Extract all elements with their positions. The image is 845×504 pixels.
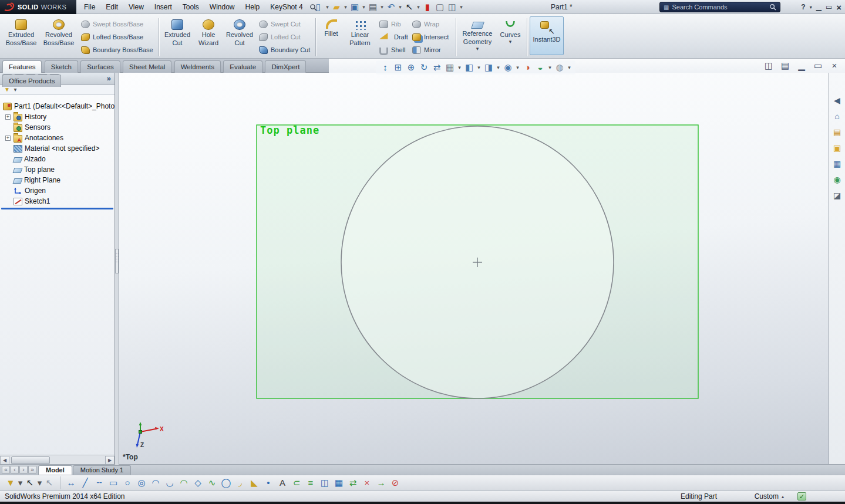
custom-properties-icon[interactable]: ◪	[831, 190, 844, 201]
linear-pattern-button[interactable]: Linear Pattern	[344, 16, 376, 48]
3d-drawing-view-icon[interactable]: ▦	[444, 62, 456, 73]
display-style-icon[interactable]: ◨	[483, 62, 494, 73]
file-explorer-icon[interactable]: ▣	[831, 143, 844, 153]
dropdown-icon[interactable]: ▾	[496, 62, 501, 73]
wrap-button[interactable]: Wrap	[409, 18, 453, 31]
restore-button[interactable]: ▭	[826, 3, 832, 11]
dropdown-icon[interactable]: ▾	[343, 1, 348, 13]
print-icon[interactable]: ▤	[367, 1, 379, 13]
draft-button[interactable]: Draft	[376, 31, 409, 43]
expand-icon[interactable]: +	[5, 136, 11, 141]
menu-file[interactable]: File	[79, 0, 100, 14]
dropdown-icon[interactable]: ▾	[457, 62, 462, 73]
spline-icon[interactable]: ∿	[206, 476, 218, 489]
dropdown-icon[interactable]: ▾	[547, 62, 553, 73]
tree-item-sensors[interactable]: Sensors	[0, 122, 115, 133]
revolved-cut-button[interactable]: Revolved Cut	[224, 16, 255, 48]
minimize-button[interactable]: ▁	[816, 3, 822, 11]
dropdown-icon[interactable]: ▾	[398, 1, 403, 13]
options-icon[interactable]: ◫	[446, 1, 458, 13]
tree-item-annotations[interactable]: + Anotaciones	[0, 133, 115, 143]
view-palette-icon[interactable]: ▦	[831, 158, 844, 169]
viewport-grid-icon[interactable]: ▤	[779, 60, 791, 72]
tab-surfaces[interactable]: Surfaces	[80, 60, 120, 73]
scrollbar-thumb[interactable]	[11, 456, 50, 464]
jump-to-end-icon[interactable]: »	[28, 466, 36, 473]
reference-geometry-button[interactable]: Reference Geometry ▾	[459, 16, 496, 53]
dropdown-icon[interactable]: ▾	[37, 476, 42, 489]
rollback-bar[interactable]	[1, 208, 113, 209]
collapse-taskpane-icon[interactable]: ◀	[831, 95, 844, 106]
dropdown-icon[interactable]: ▾	[11, 86, 19, 94]
filter-funnel-icon[interactable]: ▼	[5, 476, 16, 489]
view-orientation-icon[interactable]: ◧	[463, 62, 475, 73]
dropdown-icon[interactable]: ▾	[509, 39, 512, 44]
dropdown-icon[interactable]: ▾	[325, 1, 330, 13]
tree-item-origin[interactable]: Origen	[0, 185, 115, 196]
line-icon[interactable]: ╱	[79, 476, 91, 489]
tree-item-right-plane[interactable]: Right Plane	[0, 175, 115, 185]
scroll-right-icon[interactable]: ▶	[105, 456, 115, 465]
viewport-split-icon[interactable]: ◫	[763, 60, 775, 72]
polygon-icon[interactable]: ◇	[192, 476, 204, 489]
extruded-cut-button[interactable]: Extruded Cut	[161, 16, 193, 48]
intersect-button[interactable]: Intersect	[409, 31, 453, 43]
dropdown-icon[interactable]: ▾	[567, 62, 572, 73]
centerpoint-arc-icon[interactable]: ◠	[150, 476, 161, 489]
edit-appearance-icon[interactable]: ◑	[521, 62, 533, 73]
select-tool-icon[interactable]: ↖	[24, 476, 36, 489]
tree-item-top-plane[interactable]: Top plane	[0, 164, 115, 175]
scroll-left-icon[interactable]: ◀	[0, 456, 9, 465]
instant3d-button[interactable]: ↖ Instant3D	[530, 16, 564, 55]
help-button[interactable]: ?	[801, 3, 805, 11]
zoom-in-out-icon[interactable]: ⊕	[405, 62, 417, 73]
dropdown-icon[interactable]: ▾	[459, 1, 464, 13]
menu-view[interactable]: View	[123, 0, 149, 14]
rotate-view-icon[interactable]: ↻	[418, 62, 430, 73]
select-cursor-icon[interactable]: ↖	[403, 1, 415, 13]
tree-item-history[interactable]: + History	[0, 111, 115, 122]
lofted-cut-button[interactable]: Lofted Cut	[255, 31, 313, 43]
apply-scene-icon[interactable]: ◒	[534, 62, 546, 73]
new-document-icon[interactable]: ▯	[312, 1, 324, 13]
boundary-boss-base-button[interactable]: Boundary Boss/Base	[78, 43, 156, 56]
revolved-boss-base-button[interactable]: Revolved Boss/Base	[40, 16, 78, 48]
tree-item-part1[interactable]: Part1 (Default<<Default>_Photo	[0, 101, 115, 111]
graphics-viewport[interactable]: Top plane X Z *Top	[119, 73, 829, 465]
sketch-fillet-icon[interactable]: ◞	[234, 476, 246, 489]
sketch-chamfer-icon[interactable]: ◣	[248, 476, 260, 489]
pan-view-icon[interactable]: ⇄	[431, 62, 443, 73]
boundary-cut-button[interactable]: Boundary Cut	[255, 43, 313, 56]
zoom-to-area-icon[interactable]: ⊞	[392, 62, 404, 73]
swept-boss-base-button[interactable]: Swept Boss/Base	[78, 18, 156, 31]
menu-help[interactable]: Help	[240, 0, 265, 14]
tab-sketch[interactable]: Sketch	[45, 60, 78, 73]
view-settings-icon[interactable]: ◍	[554, 62, 565, 73]
zoom-to-fit-icon[interactable]: ↕	[379, 62, 391, 73]
units-dropdown[interactable]: Custom ▴	[755, 492, 784, 500]
save-icon[interactable]: ▣	[349, 1, 361, 13]
appearances-scenes-icon[interactable]: ◉	[831, 174, 844, 185]
units-arrow-icon[interactable]: ▴	[782, 494, 784, 499]
trim-entities-icon[interactable]: ×	[361, 476, 373, 489]
step-back-icon[interactable]: ‹	[11, 466, 19, 473]
linear-sketch-pattern-icon[interactable]: ▦	[333, 476, 345, 489]
jump-to-start-icon[interactable]: «	[2, 466, 10, 473]
status-check-icon[interactable]: ✓	[797, 492, 806, 500]
display-delete-relations-icon[interactable]: ⊘	[389, 476, 401, 489]
extruded-boss-base-button[interactable]: Extruded Boss/Base	[2, 16, 40, 48]
rib-button[interactable]: Rib	[376, 18, 409, 31]
tree-item-sketch1[interactable]: Sketch1	[0, 196, 115, 207]
tangent-arc-icon[interactable]: ◡	[164, 476, 176, 489]
move-entities-icon[interactable]: ⇄	[347, 476, 359, 489]
doc-minimize-icon[interactable]: ▁	[796, 60, 807, 72]
hole-wizard-button[interactable]: Hole Wizard	[193, 16, 224, 48]
menu-tools[interactable]: Tools	[177, 0, 204, 14]
point-icon[interactable]: •	[262, 476, 274, 489]
mirror-entities-icon[interactable]: ◫	[319, 476, 331, 489]
mirror-button[interactable]: Mirror	[409, 43, 453, 56]
search-input[interactable]: Search Commands	[672, 4, 766, 11]
drag-tool-icon[interactable]: ↖	[43, 476, 55, 489]
doc-close-icon[interactable]: ×	[829, 60, 840, 72]
undo-icon[interactable]: ↶	[385, 1, 397, 13]
